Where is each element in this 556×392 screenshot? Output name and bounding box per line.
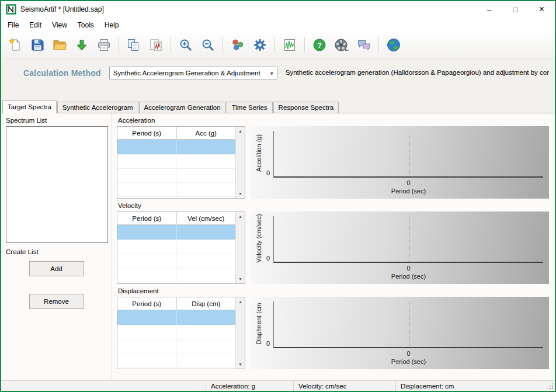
globe-icon	[386, 37, 401, 53]
website-button[interactable]	[384, 35, 403, 55]
resize-grip-icon[interactable]	[547, 381, 555, 391]
acceleration-label: Acceleration	[118, 117, 549, 124]
section-velocity: Velocity Period (s) Vel (cm/sec)	[117, 202, 549, 284]
import-button[interactable]	[72, 35, 91, 55]
table-scrollbar[interactable]: ▲ ▼	[235, 212, 245, 283]
table-row[interactable]	[117, 155, 235, 169]
table-row[interactable]	[117, 353, 235, 367]
tab-time-series[interactable]: Time Series	[227, 102, 273, 113]
video-tutorials-button[interactable]	[332, 35, 351, 55]
minimize-button[interactable]: –	[476, 1, 502, 18]
create-list-label: Create List	[6, 248, 112, 255]
window-title: SeismoArtif * [Untitled.sap]	[20, 5, 104, 13]
scroll-down-icon[interactable]: ▼	[236, 189, 245, 198]
displacement-table: Period (s) Disp (cm) ▲ ▼	[117, 297, 245, 369]
scroll-up-icon[interactable]: ▲	[236, 127, 245, 136]
menu-edit[interactable]: Edit	[24, 19, 47, 32]
spectrum-listbox[interactable]	[6, 126, 108, 243]
dropdown-selected-value: Synthetic Accelerogram Generation & Adju…	[113, 70, 260, 77]
add-button[interactable]: Add	[29, 261, 84, 276]
y-axis-label: Disp/ment (cm	[255, 303, 262, 345]
spectrum-list-panel: Spectrum List Create List Add Remove	[1, 113, 112, 380]
displacement-chart[interactable]: Disp/ment (cm 0 0 Period (sec)	[251, 297, 549, 369]
table-scrollbar[interactable]: ▲ ▼	[235, 127, 245, 198]
toolbar-separator	[171, 37, 171, 53]
table-row[interactable]	[117, 169, 235, 183]
spectrum-list-label: Spectrum List	[6, 117, 112, 124]
menu-file[interactable]: File	[2, 19, 24, 32]
toolbar-separator	[378, 37, 379, 53]
copy-button[interactable]	[124, 35, 143, 55]
zero-gridline	[409, 131, 409, 176]
table-row[interactable]	[117, 183, 235, 197]
scroll-down-icon[interactable]: ▼	[236, 360, 245, 369]
section-acceleration: Acceleration Period (s) Acc (g)	[117, 117, 549, 199]
y-axis-tick: 0	[262, 340, 270, 347]
scrollbar-track[interactable]	[236, 306, 245, 360]
tab-content: Spectrum List Create List Add Remove Acc…	[1, 113, 555, 380]
toolbar-separator	[274, 37, 275, 53]
table-row[interactable]	[117, 254, 235, 268]
table-row[interactable]	[117, 325, 235, 339]
print-button[interactable]	[95, 35, 113, 55]
close-button[interactable]: ×	[529, 1, 555, 18]
table-row[interactable]	[117, 339, 235, 353]
y-axis-tick: 0	[262, 255, 270, 262]
table-row[interactable]	[117, 268, 235, 282]
toolbar-separator	[304, 37, 305, 53]
x-axis-tick: 0	[406, 350, 410, 357]
table-row[interactable]	[117, 240, 235, 254]
components-cubes-icon	[230, 37, 245, 53]
table-row[interactable]	[117, 225, 235, 240]
scrollbar-track[interactable]	[236, 136, 245, 189]
menu-view[interactable]: View	[47, 19, 72, 32]
scrollbar-track[interactable]	[236, 221, 245, 275]
table-row[interactable]	[117, 310, 235, 325]
menu-bar: File Edit View Tools Help	[1, 18, 555, 32]
table-row[interactable]	[117, 140, 235, 155]
scroll-down-icon[interactable]: ▼	[236, 275, 245, 283]
zoom-in-button[interactable]	[176, 35, 195, 55]
velocity-table: Period (s) Vel (cm/sec) ▲ ▼	[117, 211, 245, 284]
scroll-up-icon[interactable]: ▲	[236, 212, 245, 221]
menu-tools[interactable]: Tools	[72, 19, 99, 32]
new-file-button[interactable]	[6, 35, 25, 55]
printer-icon	[96, 37, 112, 53]
zoom-out-button[interactable]	[199, 35, 217, 55]
app-window: SeismoArtif * [Untitled.sap] – □ × File …	[0, 0, 556, 392]
components-button[interactable]	[228, 35, 247, 55]
feedback-button[interactable]	[355, 35, 373, 55]
paste-signal-button[interactable]	[147, 35, 165, 55]
velocity-chart[interactable]: Velocity (cm/sec) 0 0 Period (sec)	[251, 211, 549, 284]
tab-target-spectra[interactable]: Target Spectra	[2, 100, 57, 113]
save-button[interactable]	[28, 35, 47, 55]
zero-gridline	[409, 301, 409, 347]
help-icon: ?	[312, 37, 327, 53]
displacement-label: Displacement	[118, 287, 549, 294]
menu-help[interactable]: Help	[99, 19, 124, 32]
tab-response-spectra[interactable]: Response Spectra	[273, 102, 339, 113]
velocity-label: Velocity	[118, 202, 549, 209]
maximize-button[interactable]: □	[502, 1, 529, 18]
settings-button[interactable]	[251, 35, 269, 55]
acceleration-table: Period (s) Acc (g) ▲ ▼	[117, 126, 245, 199]
open-button[interactable]	[50, 35, 69, 55]
acceleration-chart[interactable]: Accel/tion (g) 0 0 Period (sec)	[251, 126, 549, 199]
help-button[interactable]: ?	[310, 35, 329, 55]
tab-accelerogram-generation[interactable]: Accelerogram Generation	[139, 102, 226, 113]
scroll-up-icon[interactable]: ▲	[236, 297, 245, 306]
toolbar-separator	[119, 37, 119, 53]
signal-chart-button[interactable]	[280, 35, 299, 55]
toolbar-separator	[223, 37, 223, 53]
tab-synthetic-accelerogram[interactable]: Synthetic Accelerogram	[57, 102, 138, 113]
table-scrollbar[interactable]: ▲ ▼	[235, 297, 245, 369]
gear-icon	[252, 37, 267, 53]
zoom-in-icon	[178, 37, 193, 53]
zero-gridline	[409, 216, 409, 262]
svg-text:?: ?	[317, 41, 322, 50]
calculation-method-dropdown[interactable]: Synthetic Accelerogram Generation & Adju…	[109, 67, 277, 79]
window-controls: – □ ×	[476, 1, 555, 18]
speech-bubbles-icon	[356, 37, 371, 53]
x-axis-label: Period (sec)	[391, 273, 426, 280]
remove-button[interactable]: Remove	[29, 294, 84, 309]
